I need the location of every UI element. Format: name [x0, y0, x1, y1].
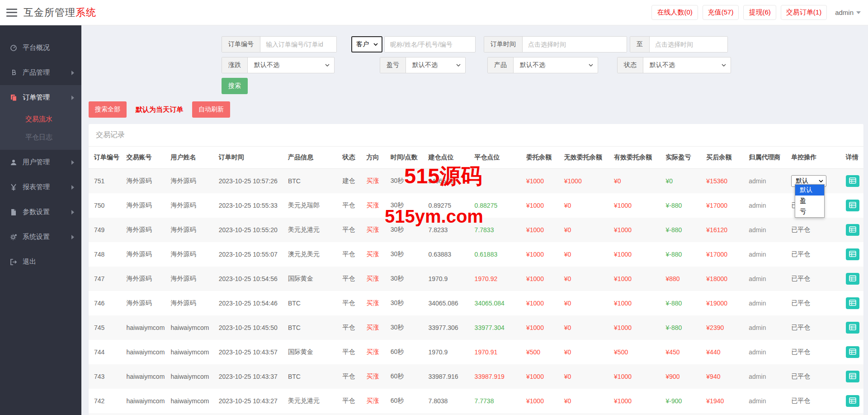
details-button[interactable]: [846, 346, 859, 358]
details-button[interactable]: [846, 224, 859, 236]
cell-open-price: 7.8038: [423, 389, 469, 413]
search-button[interactable]: 搜索: [222, 78, 248, 94]
filter-select-产品[interactable]: 产品默认不选: [487, 57, 598, 73]
cell-agent: admin: [743, 340, 786, 364]
details-button[interactable]: [846, 395, 859, 407]
admin-menu[interactable]: admin: [835, 9, 861, 16]
search-all-button[interactable]: 搜索全部: [89, 101, 127, 118]
column-header-订单时间: 订单时间: [213, 147, 283, 169]
cell-duration: 60秒: [385, 340, 423, 364]
time-from-input[interactable]: [523, 37, 627, 52]
params-file-icon: [10, 209, 17, 216]
cell-order-time: 2023-10-25 10:55:33: [213, 193, 283, 218]
sidebar-item-产品管理[interactable]: 产品管理: [0, 60, 81, 85]
time-from-group: 订单时间: [484, 36, 627, 52]
details-button[interactable]: [846, 248, 859, 260]
cell-valid-entrust: ¥1000: [609, 193, 660, 218]
sidebar-item-系统设置[interactable]: 系统设置: [0, 224, 81, 249]
control-option-盈[interactable]: 盈: [795, 196, 824, 206]
cell-after-balance: ¥19000: [701, 291, 743, 315]
control-option-默认[interactable]: 默认: [795, 185, 824, 196]
customer-keyword-input[interactable]: [384, 36, 476, 52]
sidebar-subitem-交易流水[interactable]: 交易流水: [0, 110, 81, 128]
cell-open-price: 7.8233: [423, 218, 469, 242]
header-stat-button[interactable]: 在线人数(0): [651, 5, 698, 20]
cell-valid-entrust: ¥1000: [609, 218, 660, 242]
cell-valid-entrust: ¥1000: [609, 389, 660, 413]
cell-valid-entrust: ¥500: [609, 340, 660, 364]
column-header-订单编号: 订单编号: [89, 147, 121, 169]
time-to-input[interactable]: [650, 37, 727, 52]
cell-status: 平仓: [337, 364, 361, 389]
cell-product: 美元兑港元: [283, 218, 337, 242]
details-button[interactable]: [846, 371, 859, 382]
order-no-label: 订单编号: [222, 37, 260, 52]
header-stat-button[interactable]: 交易订单(1): [781, 5, 827, 20]
today-orders-note: 默认为当天订单: [136, 105, 183, 114]
cell-details: [840, 389, 863, 413]
cell-entrust-balance: ¥1000: [521, 193, 559, 218]
cell-direction: 买涨: [361, 340, 385, 364]
chevron-right-icon: [71, 210, 74, 215]
chevron-down-icon: [819, 177, 823, 185]
column-header-用户姓名: 用户姓名: [165, 147, 213, 169]
cell-control: 已平仓: [786, 340, 840, 364]
control-option-亏[interactable]: 亏: [795, 206, 824, 217]
details-table-icon: [849, 251, 856, 258]
cell-open-price: 33987.916: [423, 364, 469, 389]
closed-label: 已平仓: [791, 348, 810, 355]
cell-close-price: -0.04: [469, 413, 521, 415]
cell-account: haiwaiymcom: [121, 413, 165, 415]
cell-close-price: 7.7738: [469, 389, 521, 413]
filter-select-盈亏[interactable]: 盈亏默认不选: [380, 57, 466, 73]
header-stat-button[interactable]: 提现(6): [743, 5, 776, 20]
auto-refresh-button[interactable]: 自动刷新: [192, 101, 230, 118]
filter-select-value: 默认不选: [514, 57, 598, 73]
sidebar-subitem-平仓日志[interactable]: 平仓日志: [0, 128, 81, 146]
cell-open-price: 1970.9: [423, 340, 469, 364]
filter-select-label: 盈亏: [380, 57, 406, 73]
details-button[interactable]: [846, 297, 859, 309]
cell-after-balance: ¥2720: [701, 413, 743, 415]
sidebar-item-报表管理[interactable]: 报表管理: [0, 175, 81, 200]
cell-user-name: 海外源码: [165, 291, 213, 315]
admin-username: admin: [835, 9, 854, 16]
column-header-平仓点位: 平仓点位: [469, 147, 521, 169]
details-button[interactable]: [846, 322, 859, 334]
details-table-icon: [849, 177, 856, 185]
order-no-group: 订单编号: [222, 36, 337, 52]
cell-control: 已平仓: [786, 291, 840, 315]
cell-user-name: haiwaiymcom: [165, 413, 213, 415]
cell-account: 海外源码: [121, 242, 165, 267]
table-row-745: 745haiwaiymcomhaiwaiymcom2023-10-25 10:4…: [89, 315, 863, 340]
header-stat-button[interactable]: 充值(57): [703, 5, 739, 20]
sidebar-item-参数设置[interactable]: 参数设置: [0, 200, 81, 224]
sidebar-item-label: 订单管理: [23, 93, 50, 102]
details-table-icon: [849, 324, 856, 332]
details-table-icon: [849, 373, 856, 381]
cell-valid-entrust: ¥1000: [609, 242, 660, 267]
app-header: 互金所管理系统 在线人数(0)充值(57)提现(6)交易订单(1) admin: [0, 0, 868, 25]
sidebar-item-订单管理[interactable]: 订单管理: [0, 85, 81, 110]
hamburger-menu-icon[interactable]: [6, 9, 17, 17]
details-button[interactable]: [846, 175, 859, 187]
sidebar-item-用户管理[interactable]: 用户管理: [0, 150, 81, 175]
order-no-input[interactable]: [260, 37, 336, 52]
cell-actual-profit: ¥-880: [660, 193, 701, 218]
customer-select[interactable]: 客户: [351, 36, 382, 52]
filter-select-状态[interactable]: 状态默认不选: [617, 57, 731, 73]
cell-control: 已平仓: [786, 242, 840, 267]
cell-account: 海外源码: [121, 169, 165, 194]
sidebar-item-平台概况[interactable]: 平台概况: [0, 35, 81, 60]
cell-direction: 买涨: [361, 315, 385, 340]
details-button[interactable]: [846, 273, 859, 285]
filter-select-涨跌[interactable]: 涨跌默认不选: [222, 57, 335, 73]
cell-after-balance: ¥17000: [701, 193, 743, 218]
sidebar-item-退出[interactable]: 退出: [0, 249, 81, 274]
filter-select-label: 涨跌: [222, 57, 248, 73]
chevron-down-icon: [589, 62, 593, 69]
details-button[interactable]: [846, 200, 859, 211]
sidebar-item-label: 报表管理: [23, 183, 50, 191]
cell-order-time: 2023-10-25 10:40:47: [213, 413, 283, 415]
cell-order-id: 744: [89, 340, 121, 364]
